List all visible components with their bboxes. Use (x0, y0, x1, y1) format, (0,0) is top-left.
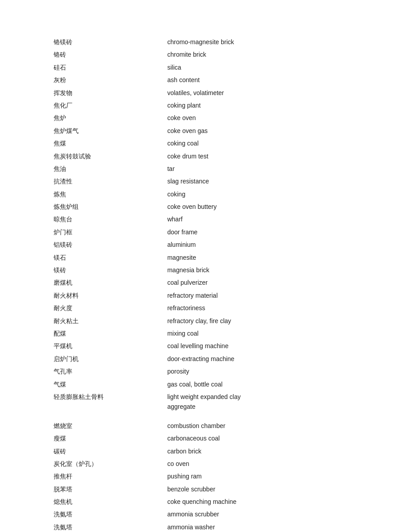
english-term: coke quenching machine (167, 495, 357, 508)
list-item: 轻质膨胀粘土骨料light weight expanded clayaggreg… (54, 391, 357, 413)
chinese-term: 洗氨塔 (54, 521, 167, 532)
list-item: 平煤机coal levelling machine (54, 340, 357, 352)
chinese-term: 燃烧室 (54, 420, 167, 432)
main-content: 铬镁砖chromo-magnesite brick铬砖chromite bric… (0, 0, 411, 532)
chinese-term: 洗氨塔 (54, 508, 167, 520)
list-item: 硅石silica (54, 61, 357, 74)
list-item: 炭化室（炉孔）co oven (54, 457, 357, 470)
chinese-term: 铬镁砖 (54, 36, 167, 48)
chinese-term: 镁石 (54, 251, 167, 264)
english-term: coking coal (167, 137, 357, 150)
english-term: gas coal, bottle coal (167, 378, 357, 391)
list-item: 碳砖carbon brick (54, 445, 357, 457)
chinese-term: 启炉门机 (54, 353, 167, 365)
english-term: mixing coal (167, 327, 357, 340)
list-item: 镁砖magnesia brick (54, 264, 357, 276)
english-term: combustion chamber (167, 420, 357, 432)
list-item: 铬镁砖chromo-magnesite brick (54, 36, 357, 48)
chinese-term: 抗渣性 (54, 175, 167, 187)
english-term: coke oven gas (167, 125, 357, 137)
glossary-table: 铬镁砖chromo-magnesite brick铬砖chromite bric… (54, 36, 357, 532)
chinese-term: 炼焦 (54, 188, 167, 200)
list-item: 磨煤机coal pulverizer (54, 276, 357, 289)
list-item: 耐火粘土refractory clay, fire clay (54, 315, 357, 327)
english-term: tar (167, 162, 357, 175)
english-term: coal levelling machine (167, 340, 357, 352)
chinese-term: 磨煤机 (54, 276, 167, 289)
chinese-term: 焦煤 (54, 137, 167, 150)
english-term: chromo-magnesite brick (167, 36, 357, 48)
chinese-term: 耐火度 (54, 302, 167, 314)
chinese-term: 脱苯塔 (54, 483, 167, 495)
list-item: 洗氨塔ammonia washer (54, 521, 357, 532)
english-term: coke drum test (167, 150, 357, 162)
chinese-term: 轻质膨胀粘土骨料 (54, 391, 167, 413)
list-item: 焦炉coke oven (54, 112, 357, 124)
english-term: coking plant (167, 99, 357, 112)
list-item: 推焦杆pushing ram (54, 470, 357, 482)
chinese-term: 焦炉煤气 (54, 125, 167, 137)
list-item: 挥发物volatiles, volatimeter (54, 87, 357, 99)
list-item: 抗渣性slag resistance (54, 175, 357, 187)
english-term: silica (167, 61, 357, 74)
list-item: 焦炭转鼓试验coke drum test (54, 150, 357, 162)
spacer-row (54, 413, 357, 420)
list-item: 镁石magnesite (54, 251, 357, 264)
list-item: 燃烧室combustion chamber (54, 420, 357, 432)
list-item: 灰粉ash content (54, 74, 357, 86)
chinese-term: 铬砖 (54, 48, 167, 61)
list-item: 瘦煤carbonaceous coal (54, 432, 357, 445)
english-term: co oven (167, 457, 357, 470)
english-term: pushing ram (167, 470, 357, 482)
english-term: coking (167, 188, 357, 200)
english-term: carbon brick (167, 445, 357, 457)
english-term: slag resistance (167, 175, 357, 187)
chinese-term: 镁砖 (54, 264, 167, 276)
chinese-term: 焦化厂 (54, 99, 167, 112)
list-item: 气孔率porosity (54, 365, 357, 378)
english-term: chromite brick (167, 48, 357, 61)
chinese-term: 耐火粘土 (54, 315, 167, 327)
english-term: porosity (167, 365, 357, 378)
list-item: 焦炉煤气coke oven gas (54, 125, 357, 137)
list-item: 耐火材料refractory material (54, 289, 357, 302)
chinese-term: 灰粉 (54, 74, 167, 86)
english-term: refractoriness (167, 302, 357, 314)
list-item: 炼焦炉组coke oven buttery (54, 200, 357, 213)
english-term: coke oven buttery (167, 200, 357, 213)
list-item: 焦煤coking coal (54, 137, 357, 150)
english-term: ash content (167, 74, 357, 86)
list-item: 洗氨塔ammonia scrubber (54, 508, 357, 520)
chinese-term: 焦炭转鼓试验 (54, 150, 167, 162)
list-item: 炼焦coking (54, 188, 357, 200)
chinese-term: 耐火材料 (54, 289, 167, 302)
chinese-term: 碳砖 (54, 445, 167, 457)
chinese-term: 瘦煤 (54, 432, 167, 445)
list-item: 晾焦台wharf (54, 213, 357, 225)
english-term: refractory material (167, 289, 357, 302)
chinese-term: 硅石 (54, 61, 167, 74)
chinese-term: 炉门框 (54, 226, 167, 238)
chinese-term: 铝镁砖 (54, 238, 167, 251)
english-term: door frame (167, 226, 357, 238)
chinese-term: 晾焦台 (54, 213, 167, 225)
english-term: carbonaceous coal (167, 432, 357, 445)
chinese-term: 焦炉 (54, 112, 167, 124)
english-term: aluminium (167, 238, 357, 251)
chinese-term: 熄焦机 (54, 495, 167, 508)
english-term: ammonia scrubber (167, 508, 357, 520)
chinese-term: 气孔率 (54, 365, 167, 378)
english-term: refractory clay, fire clay (167, 315, 357, 327)
chinese-term: 推焦杆 (54, 470, 167, 482)
chinese-term: 炼焦炉组 (54, 200, 167, 213)
list-item: 熄焦机coke quenching machine (54, 495, 357, 508)
chinese-term: 平煤机 (54, 340, 167, 352)
list-item: 启炉门机door-extracting machine (54, 353, 357, 365)
chinese-term: 气煤 (54, 378, 167, 391)
list-item: 焦化厂coking plant (54, 99, 357, 112)
list-item: 气煤gas coal, bottle coal (54, 378, 357, 391)
list-item: 配煤mixing coal (54, 327, 357, 340)
english-term: ammonia washer (167, 521, 357, 532)
english-term: wharf (167, 213, 357, 225)
english-term: benzole scrubber (167, 483, 357, 495)
